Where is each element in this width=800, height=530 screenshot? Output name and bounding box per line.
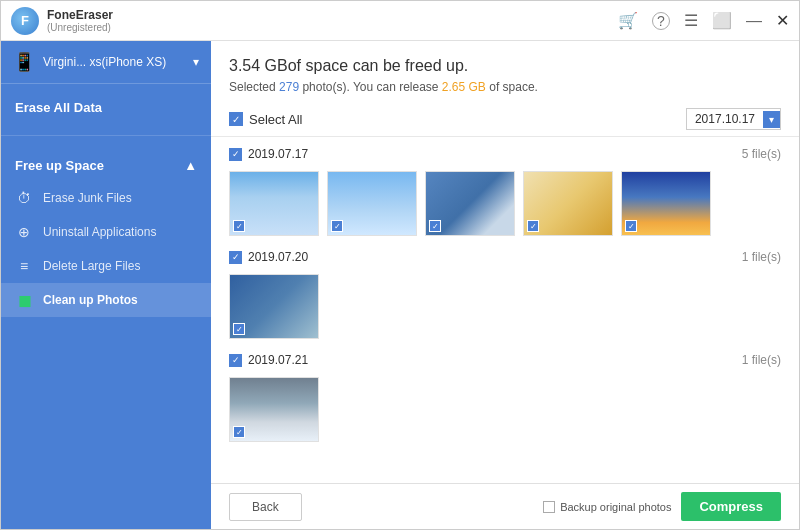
minimize-button[interactable]: — bbox=[746, 12, 762, 30]
delete-large-icon: ≡ bbox=[15, 257, 33, 275]
date-group-header-3: ✓ 2019.07.21 1 file(s) bbox=[229, 349, 781, 371]
clean-photos-icon: ◼ bbox=[15, 291, 33, 309]
dropdown-arrow-icon: ▾ bbox=[763, 111, 780, 128]
release-size: 2.65 GB bbox=[442, 80, 486, 94]
photo-thumb-p1[interactable]: ✓ bbox=[229, 171, 319, 236]
date-group-2: ✓ 2019.07.20 1 file(s) ✓ bbox=[229, 246, 781, 339]
app-name: FoneEraser bbox=[47, 8, 113, 22]
toolbar-row: ✓ Select All 2017.10.17 ▾ bbox=[211, 102, 799, 137]
date-group-header-2: ✓ 2019.07.20 1 file(s) bbox=[229, 246, 781, 268]
footer-right: Backup original photos Compress bbox=[543, 492, 781, 521]
date-label-3: 2019.07.21 bbox=[248, 353, 308, 367]
sidebar-item-erase-junk[interactable]: ⏱ Erase Junk Files bbox=[1, 181, 211, 215]
free-space-label: Free up Space bbox=[15, 158, 104, 173]
app-window: F FoneEraser (Unregistered) 🛒 ? ☰ ⬜ — ✕ … bbox=[0, 0, 800, 530]
uninstall-apps-icon: ⊕ bbox=[15, 223, 33, 241]
date-group-left-3: ✓ 2019.07.21 bbox=[229, 353, 308, 367]
date-group-1: ✓ 2019.07.17 5 file(s) ✓ ✓ ✓ bbox=[229, 143, 781, 236]
file-count-3: 1 file(s) bbox=[742, 353, 781, 367]
photo-thumb-p3[interactable]: ✓ bbox=[425, 171, 515, 236]
photo-count: 279 bbox=[279, 80, 299, 94]
sidebar-item-delete-large[interactable]: ≡ Delete Large Files bbox=[1, 249, 211, 283]
app-sub: (Unregistered) bbox=[47, 22, 113, 33]
subtitle-text: Selected bbox=[229, 80, 279, 94]
main-layout: 📱 Virgini... xs(iPhone XS) ▾ Erase All D… bbox=[1, 41, 799, 529]
delete-large-label: Delete Large Files bbox=[43, 259, 140, 273]
date-group-left-2: ✓ 2019.07.20 bbox=[229, 250, 308, 264]
photo-check-p3: ✓ bbox=[429, 220, 441, 232]
date-label-1: 2019.07.17 bbox=[248, 147, 308, 161]
photo-thumb-p6[interactable]: ✓ bbox=[229, 274, 319, 339]
photo-check-p1: ✓ bbox=[233, 220, 245, 232]
content-footer: Back Backup original photos Compress bbox=[211, 483, 799, 529]
help-icon[interactable]: ? bbox=[652, 12, 670, 30]
app-name-block: FoneEraser (Unregistered) bbox=[47, 8, 113, 33]
photo-check-p4: ✓ bbox=[527, 220, 539, 232]
space-size: 3.54 GB bbox=[229, 57, 288, 74]
date-group-3: ✓ 2019.07.21 1 file(s) ✓ bbox=[229, 349, 781, 442]
subtitle-mid: photo(s). You can release bbox=[299, 80, 442, 94]
photo-thumb-p2[interactable]: ✓ bbox=[327, 171, 417, 236]
screen-icon[interactable]: ⬜ bbox=[712, 11, 732, 30]
free-space-header[interactable]: Free up Space ▲ bbox=[1, 150, 211, 181]
select-all-checkbox[interactable]: ✓ bbox=[229, 112, 243, 126]
space-subtitle: Selected 279 photo(s). You can release 2… bbox=[229, 80, 781, 94]
title-bar: F FoneEraser (Unregistered) 🛒 ? ☰ ⬜ — ✕ bbox=[1, 1, 799, 41]
title-bar-right: 🛒 ? ☰ ⬜ — ✕ bbox=[618, 11, 789, 30]
photo-thumb-p5[interactable]: ✓ bbox=[621, 171, 711, 236]
device-icon: 📱 bbox=[13, 51, 35, 73]
photo-row-3: ✓ bbox=[229, 377, 781, 442]
device-name: Virgini... xs(iPhone XS) bbox=[43, 55, 185, 69]
photo-list: ✓ 2019.07.17 5 file(s) ✓ ✓ ✓ bbox=[211, 137, 799, 483]
photo-thumb-p4[interactable]: ✓ bbox=[523, 171, 613, 236]
space-title-suffix: of space can be freed up. bbox=[288, 57, 469, 74]
erase-junk-icon: ⏱ bbox=[15, 189, 33, 207]
clean-photos-label: Clean up Photos bbox=[43, 293, 138, 307]
date-group-left-1: ✓ 2019.07.17 bbox=[229, 147, 308, 161]
backup-label[interactable]: Backup original photos bbox=[543, 501, 671, 513]
device-selector[interactable]: 📱 Virgini... xs(iPhone XS) ▾ bbox=[1, 41, 211, 84]
content-area: 3.54 GBof space can be freed up. Selecte… bbox=[211, 41, 799, 529]
date-filter-dropdown[interactable]: 2017.10.17 ▾ bbox=[686, 108, 781, 130]
photo-check-p5: ✓ bbox=[625, 220, 637, 232]
photo-check-p7: ✓ bbox=[233, 426, 245, 438]
date-label-2: 2019.07.20 bbox=[248, 250, 308, 264]
photo-check-p6: ✓ bbox=[233, 323, 245, 335]
menu-icon[interactable]: ☰ bbox=[684, 11, 698, 30]
file-count-1: 5 file(s) bbox=[742, 147, 781, 161]
backup-checkbox[interactable] bbox=[543, 501, 555, 513]
backup-label-text: Backup original photos bbox=[560, 501, 671, 513]
sidebar: 📱 Virgini... xs(iPhone XS) ▾ Erase All D… bbox=[1, 41, 211, 529]
device-arrow-icon: ▾ bbox=[193, 55, 199, 69]
sidebar-item-uninstall-apps[interactable]: ⊕ Uninstall Applications bbox=[1, 215, 211, 249]
app-logo-icon: F bbox=[11, 7, 39, 35]
photo-row-2: ✓ bbox=[229, 274, 781, 339]
group-checkbox-2[interactable]: ✓ bbox=[229, 251, 242, 264]
select-all[interactable]: ✓ Select All bbox=[229, 112, 302, 127]
content-header: 3.54 GBof space can be freed up. Selecte… bbox=[211, 41, 799, 102]
space-title: 3.54 GBof space can be freed up. bbox=[229, 55, 781, 76]
subtitle-end: of space. bbox=[486, 80, 538, 94]
section-divider bbox=[1, 135, 211, 136]
date-filter-value: 2017.10.17 bbox=[687, 109, 763, 129]
cart-icon[interactable]: 🛒 bbox=[618, 11, 638, 30]
back-button[interactable]: Back bbox=[229, 493, 302, 521]
date-group-header-1: ✓ 2019.07.17 5 file(s) bbox=[229, 143, 781, 165]
sidebar-free-space-section: Free up Space ▲ ⏱ Erase Junk Files ⊕ Uni… bbox=[1, 140, 211, 327]
file-count-2: 1 file(s) bbox=[742, 250, 781, 264]
photo-row-1: ✓ ✓ ✓ ✓ ✓ bbox=[229, 171, 781, 236]
group-checkbox-1[interactable]: ✓ bbox=[229, 148, 242, 161]
sidebar-erase-all[interactable]: Erase All Data bbox=[1, 94, 211, 121]
uninstall-apps-label: Uninstall Applications bbox=[43, 225, 156, 239]
photo-thumb-p7[interactable]: ✓ bbox=[229, 377, 319, 442]
group-checkbox-3[interactable]: ✓ bbox=[229, 354, 242, 367]
sidebar-erase-section: Erase All Data bbox=[1, 84, 211, 131]
compress-button[interactable]: Compress bbox=[681, 492, 781, 521]
title-bar-left: F FoneEraser (Unregistered) bbox=[11, 7, 113, 35]
photo-check-p2: ✓ bbox=[331, 220, 343, 232]
sidebar-item-clean-photos[interactable]: ◼ Clean up Photos bbox=[1, 283, 211, 317]
close-button[interactable]: ✕ bbox=[776, 11, 789, 30]
erase-junk-label: Erase Junk Files bbox=[43, 191, 132, 205]
free-space-toggle-icon: ▲ bbox=[184, 158, 197, 173]
select-all-label-text: Select All bbox=[249, 112, 302, 127]
